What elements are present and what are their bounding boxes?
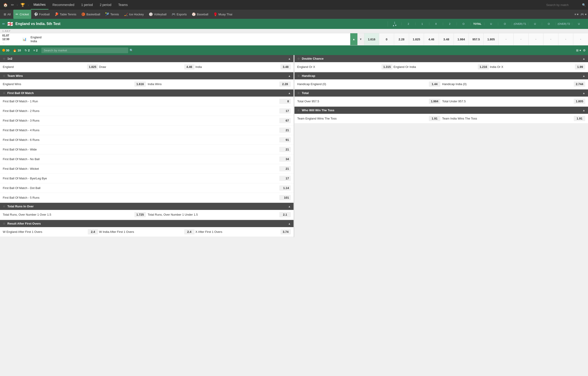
odds-dash5[interactable]: - xyxy=(558,33,573,45)
odds-india[interactable]: 3.48 xyxy=(281,64,291,70)
sport-item-tennis[interactable]: 🎾 Tennis xyxy=(103,10,121,19)
odds-handicap-england[interactable]: 1.44 xyxy=(429,82,440,87)
star-icon[interactable]: ☆ xyxy=(297,74,300,78)
sport-item-baseball[interactable]: ⚾ Baseball xyxy=(189,10,211,19)
tab-1period[interactable]: 1 period xyxy=(78,0,96,10)
sport-item-esports[interactable]: 🎮 Esports xyxy=(169,10,189,19)
market-double-chance-header[interactable]: ☆ Double Chance ▲ xyxy=(294,55,588,62)
odds-1805[interactable]: 1.805 xyxy=(483,33,498,45)
odds-wide[interactable]: 21 xyxy=(279,147,291,152)
sport-item-cricket[interactable]: ✏ Cricket xyxy=(13,10,31,19)
match-favorite-star[interactable]: ☆ xyxy=(2,41,21,44)
odds-dash6[interactable]: - xyxy=(573,33,588,45)
odds-india-wins[interactable]: 2.28 xyxy=(279,82,291,87)
odds-draw[interactable]: 4.46 xyxy=(184,64,195,70)
tab-teams[interactable]: Teams xyxy=(116,0,131,10)
market-team-wins-header[interactable]: ☆ Team Wins ▲ xyxy=(0,72,294,79)
odds-england-or-india[interactable]: 1.216 xyxy=(478,64,489,70)
trophy-icon[interactable]: 🏆 xyxy=(20,2,26,8)
chart-icon[interactable]: 📊 xyxy=(22,37,26,41)
star-icon[interactable]: ☆ xyxy=(297,57,300,60)
star-icon[interactable]: ☆ xyxy=(3,222,6,225)
odds-dash3[interactable]: - xyxy=(528,33,543,45)
gamepad-icon[interactable]: 🎮 ▾ xyxy=(580,13,587,16)
star-icon[interactable]: ☆ xyxy=(3,57,6,60)
odds-england-toss[interactable]: 1.91 xyxy=(429,116,440,121)
market-toss-header[interactable]: ☆ Who Will Win The Toss ▲ xyxy=(294,107,588,114)
layout-icon[interactable]: ⊞ ▾ xyxy=(576,49,581,52)
odds-3runs[interactable]: 67 xyxy=(279,118,291,123)
edit-icon[interactable]: ✏ xyxy=(10,2,15,8)
live-filter[interactable]: 30 xyxy=(2,49,9,52)
odds-total-under[interactable]: 2.1 xyxy=(279,212,291,217)
tab-recommended[interactable]: Recommended xyxy=(50,0,77,10)
list-filter[interactable]: ≡ 2 xyxy=(33,49,38,52)
odds-w-india[interactable]: 2.4 xyxy=(184,229,195,234)
search-icon[interactable]: 🔍 xyxy=(582,3,586,7)
sport-item-table-tennis[interactable]: 🏓 Table Tennis xyxy=(52,10,78,19)
odds-india-toss[interactable]: 1.91 xyxy=(574,116,585,121)
odds-england[interactable]: 1.825 xyxy=(87,64,98,70)
odds-total-over-9575[interactable]: 1.984 xyxy=(429,99,440,104)
market-handicap-header[interactable]: ☆ Handicap ▲ xyxy=(294,72,588,79)
odds-5runs[interactable]: 101 xyxy=(279,195,291,200)
odds-noball[interactable]: 34 xyxy=(279,157,291,162)
sport-item-volleyball[interactable]: 🏐 Volleyball xyxy=(147,10,169,19)
odds-4runs[interactable]: 21 xyxy=(279,127,291,133)
odds-1825[interactable]: 1.825 xyxy=(409,33,424,45)
market-first-ball-header[interactable]: ☆ First Ball Of Match ▲ xyxy=(0,89,294,97)
odds-2runs[interactable]: 17 xyxy=(279,108,291,114)
sport-item-basketball[interactable]: 🏀 Basketball xyxy=(79,10,102,19)
odds-6runs[interactable]: 91 xyxy=(279,137,291,142)
odds-1616[interactable]: 1.616 xyxy=(364,33,379,45)
odds-byelegbye[interactable]: 17 xyxy=(279,176,291,181)
market-1x2-header[interactable]: ☆ 1x2 ▲ xyxy=(0,55,294,62)
odds-total-under-9575[interactable]: 1.805 xyxy=(574,99,585,104)
market-search-icon[interactable]: 🔍 xyxy=(130,49,133,52)
market-total-runs-header[interactable]: ☆ Total Runs In Over ▲ xyxy=(0,203,294,210)
odds-india-or-x[interactable]: 1.99 xyxy=(575,64,585,70)
search-input[interactable] xyxy=(546,3,581,7)
odds-w-england[interactable]: 2.4 xyxy=(88,229,98,234)
star-icon[interactable]: ☆ xyxy=(3,74,6,78)
star-icon[interactable]: ☆ xyxy=(3,91,6,95)
odds-x-after[interactable]: 3.74 xyxy=(281,229,291,234)
star-icon[interactable]: ☆ xyxy=(297,91,300,95)
market-total-header[interactable]: ☆ Total ▲ xyxy=(294,89,588,97)
odds-9575[interactable]: 957.5 xyxy=(468,33,483,45)
arrow-up-button[interactable]: ▲ xyxy=(350,33,357,45)
odds-england-wins[interactable]: 1.616 xyxy=(134,82,146,87)
fire-filter[interactable]: 🔥 10 xyxy=(13,49,21,52)
odds-wicket[interactable]: 21 xyxy=(279,166,291,171)
odds-348[interactable]: 3.48 xyxy=(439,33,454,45)
separator2: › xyxy=(28,3,29,7)
odds-446[interactable]: 4.46 xyxy=(424,33,439,45)
star-icon[interactable]: ☆ xyxy=(297,108,300,112)
odds-1984[interactable]: 1.984 xyxy=(454,33,468,45)
star-icon[interactable]: ☆ xyxy=(3,205,6,208)
odds-0[interactable]: 0 xyxy=(379,33,394,45)
odds-england-or-x[interactable]: 1.315 xyxy=(381,64,393,70)
odds-dotball[interactable]: 1.14 xyxy=(279,185,291,191)
odds-dash4[interactable]: - xyxy=(543,33,558,45)
sport-item-muay-thai[interactable]: 🥊 Muay Thai xyxy=(211,10,235,19)
odds-dash2[interactable]: - xyxy=(513,33,528,45)
settings-icon[interactable]: ⚙ xyxy=(583,49,586,52)
sport-item-football[interactable]: ⚽ Football xyxy=(32,10,52,19)
odds-total-over[interactable]: 1.725 xyxy=(134,212,146,217)
sport-item-ice-hockey[interactable]: 🏒 Ice Hockey xyxy=(122,10,146,19)
market-result-first-overs-header[interactable]: ☆ Result After First Overs ▲ xyxy=(0,220,294,227)
more-list-icon[interactable]: ≡ ▾ xyxy=(575,13,578,16)
odds-228[interactable]: 2.28 xyxy=(394,33,409,45)
home-icon[interactable]: 🏠 xyxy=(2,2,9,8)
odds-handicap-india[interactable]: 2.744 xyxy=(574,82,585,87)
sport-item-all[interactable]: ⊞ All xyxy=(1,11,13,17)
tab-2period[interactable]: 2 period xyxy=(97,0,114,10)
match-edit-icon[interactable]: ✏ xyxy=(2,22,5,26)
refresh-filter[interactable]: ↻ 2 xyxy=(25,49,30,52)
odds-1run[interactable]: 8 xyxy=(279,99,291,104)
arrow-down-button[interactable]: ▼ xyxy=(357,33,364,45)
tab-matches[interactable]: Matches xyxy=(31,0,48,10)
odds-dash1[interactable]: - xyxy=(498,33,513,45)
market-search-input[interactable] xyxy=(41,47,128,53)
